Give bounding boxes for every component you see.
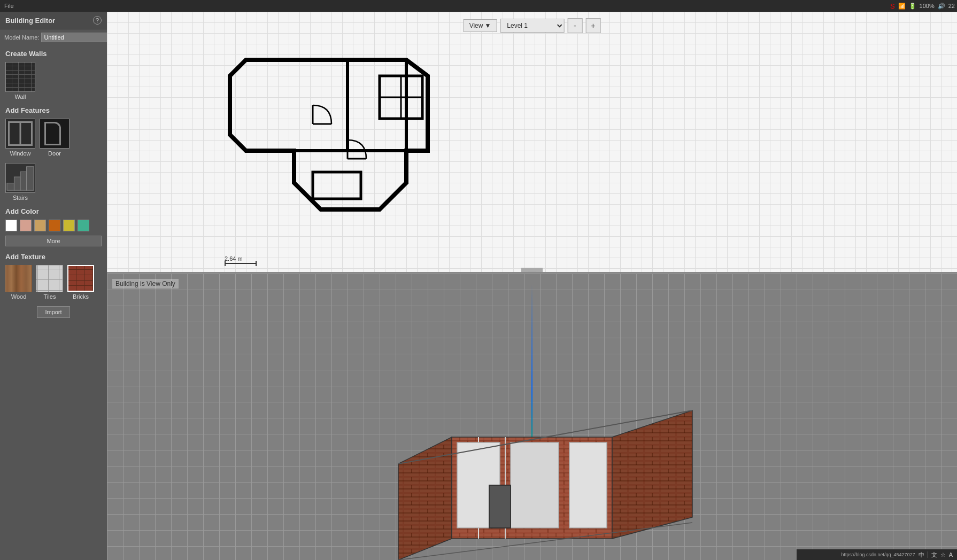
- wall-label: Wall: [15, 94, 26, 100]
- add-color-heading: Add Color: [0, 203, 107, 217]
- add-features-heading: Add Features: [0, 102, 107, 116]
- file-menu[interactable]: File: [4, 3, 14, 9]
- wood-texture-item[interactable]: Wood: [5, 265, 32, 300]
- content-area: View ▼ Level 1 - +: [107, 12, 957, 560]
- skype-icon: S: [890, 2, 895, 10]
- svg-rect-2: [20, 172, 27, 190]
- status-icon-1: 中: [919, 551, 924, 559]
- floorplan-svg: [214, 44, 481, 258]
- tiles-label: Tiles: [44, 293, 56, 300]
- model-name-label: Model Name:: [4, 34, 39, 41]
- door-thumb-pattern: [40, 119, 69, 148]
- bricks-texture-thumb: [67, 265, 94, 292]
- door-thumb: [40, 119, 70, 149]
- sidebar-title: Building Editor: [5, 17, 55, 25]
- window-thumb-pattern: [6, 119, 35, 148]
- create-walls-grid: Wall: [0, 60, 107, 102]
- svg-rect-10: [313, 172, 361, 199]
- tiles-texture-item[interactable]: Tiles: [36, 265, 63, 300]
- model-name-input[interactable]: [41, 33, 107, 42]
- bricks-texture-item[interactable]: Bricks: [67, 265, 94, 300]
- bricks-label: Bricks: [73, 293, 89, 300]
- door-tool[interactable]: Door: [40, 119, 70, 157]
- status-icon-3: ☆: [940, 551, 946, 558]
- titlebar-right: S 📶 🔋 100% 🔊 22: [890, 2, 955, 10]
- help-icon[interactable]: ?: [93, 16, 102, 25]
- battery-icon: 🔋: [909, 3, 916, 10]
- status-divider: [928, 551, 928, 558]
- floorplan-container: [214, 44, 695, 258]
- toolbar-2d: View ▼ Level 1 - +: [464, 18, 601, 33]
- svg-rect-33: [489, 485, 511, 528]
- ruler-bar: [225, 263, 257, 264]
- wall-thumb: [5, 62, 35, 92]
- color-swatch-white[interactable]: [5, 220, 17, 231]
- color-swatch-orange[interactable]: [49, 220, 60, 231]
- window-label: Window: [10, 150, 30, 157]
- stairs-label: Stairs: [13, 195, 28, 201]
- model-name-row: Model Name:: [0, 29, 107, 45]
- url-display: https://blog.csdn.net/qq_45427027: [842, 552, 915, 557]
- import-button[interactable]: Import: [37, 306, 70, 318]
- wood-texture-thumb: [5, 265, 32, 292]
- level-select[interactable]: Level 1: [500, 19, 564, 33]
- stairs-thumb: [5, 163, 35, 193]
- resize-handle[interactable]: ⎯⎯⎯: [521, 268, 543, 272]
- sidebar-header: Building Editor ?: [0, 12, 107, 29]
- building-3d-svg: [372, 357, 746, 560]
- clock: 22: [948, 3, 955, 9]
- wall-thumb-pattern: [6, 63, 35, 91]
- svg-rect-3: [27, 167, 34, 190]
- building-view-only-status: Building is View Only: [112, 279, 179, 289]
- wifi-icon: 📶: [898, 3, 906, 10]
- color-swatch-teal[interactable]: [78, 220, 89, 231]
- svg-rect-32: [569, 442, 607, 528]
- zoom-minus-button[interactable]: -: [567, 18, 582, 33]
- status-icon-2: 文: [931, 551, 937, 559]
- more-button[interactable]: More: [5, 236, 102, 246]
- svg-rect-1: [14, 177, 20, 190]
- stairs-icon: [6, 163, 35, 193]
- main-container: Building Editor ? Model Name: Create Wal…: [0, 12, 957, 560]
- battery-percent: 100%: [920, 3, 935, 9]
- titlebar: File S 📶 🔋 100% 🔊 22: [0, 0, 957, 12]
- wall-tool[interactable]: Wall: [5, 62, 35, 100]
- ruler-label: 2.64 m: [225, 255, 243, 262]
- create-walls-heading: Create Walls: [0, 45, 107, 60]
- zoom-plus-button[interactable]: +: [585, 18, 600, 33]
- viewport-3d: Building is View Only: [107, 274, 957, 560]
- viewport-2d: View ▼ Level 1 - +: [107, 12, 957, 274]
- wood-label: Wood: [11, 293, 27, 300]
- window-tool[interactable]: Window: [5, 119, 35, 157]
- window-thumb: [5, 119, 35, 149]
- color-swatch-peach[interactable]: [20, 220, 32, 231]
- svg-rect-0: [7, 183, 14, 191]
- status-icon-4: A: [949, 551, 953, 558]
- door-label: Door: [48, 150, 61, 157]
- ruler-line: [225, 263, 257, 264]
- add-texture-heading: Add Texture: [0, 248, 107, 263]
- texture-grid: Wood Tiles Bricks: [0, 263, 107, 302]
- scale-ruler: 2.64 m: [225, 255, 257, 264]
- tiles-texture-thumb: [36, 265, 63, 292]
- volume-icon: 🔊: [938, 3, 945, 10]
- svg-marker-27: [612, 410, 692, 539]
- color-swatch-tan[interactable]: [34, 220, 46, 231]
- view-button[interactable]: View ▼: [464, 19, 497, 32]
- color-swatch-yellow[interactable]: [63, 220, 75, 231]
- sidebar: Building Editor ? Model Name: Create Wal…: [0, 12, 107, 560]
- color-swatches: [0, 217, 107, 234]
- stairs-tool[interactable]: Stairs: [5, 163, 35, 201]
- svg-rect-31: [511, 442, 559, 528]
- statusbar: https://blog.csdn.net/qq_45427027 中 文 ☆ …: [797, 549, 957, 560]
- add-features-grid: Window Door Stairs: [0, 116, 107, 203]
- building-3d: [372, 357, 692, 517]
